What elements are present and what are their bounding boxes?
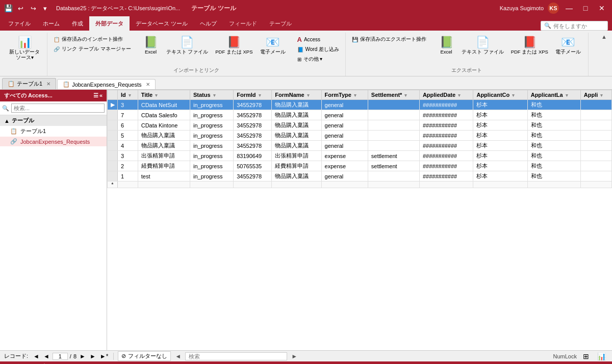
cell-formtype: general <box>321 131 368 141</box>
link-table-label: リンク テーブル マネージャー <box>62 45 131 53</box>
table-row[interactable]: 7CData Salesfoin_progress34552978物品購入稟議g… <box>108 110 612 120</box>
tab-field[interactable]: フィールド <box>223 16 263 31</box>
cell-applicantla: 和也 <box>527 100 580 110</box>
col-header-formname[interactable]: FormName ▾ <box>272 90 321 100</box>
pdf-export-btn[interactable]: 📕 PDF または XPS <box>508 35 551 57</box>
tab-help[interactable]: ヘルプ <box>194 16 223 31</box>
col-header-formtype[interactable]: FormType ▾ <box>321 90 368 100</box>
link-table-mgr-btn[interactable]: 🔗 リンク テーブル マネージャー <box>52 44 133 54</box>
nav-first-btn[interactable]: ◄ <box>32 353 40 360</box>
col-header-appli[interactable]: Appli ▾ <box>580 90 611 100</box>
email-import-btn[interactable]: 📧 電子メール <box>257 35 289 57</box>
nav-item-table1[interactable]: 📋 テーブル1 <box>0 126 107 137</box>
tab-db-tools[interactable]: データベース ツール <box>130 16 194 31</box>
tab-create[interactable]: 作成 <box>66 16 89 31</box>
cell-applieddate: ########### <box>419 100 473 110</box>
cell-applieddate: ########### <box>419 141 473 151</box>
tab1-close-btn[interactable]: ✕ <box>46 81 50 87</box>
nav-expand-btn[interactable]: ☰ <box>93 92 98 99</box>
doc-tab-jobcan[interactable]: 📋 JobcanExpenses_Requests ✕ <box>57 79 155 89</box>
search-box-ribbon[interactable]: 🔍 <box>541 21 608 31</box>
nav-search-input[interactable] <box>11 103 105 113</box>
linked-table-icon: 🔗 <box>10 138 17 145</box>
email-export-btn[interactable]: 📧 電子メール <box>552 35 584 57</box>
text-import-btn[interactable]: 📄 テキスト ファイル <box>163 35 212 57</box>
new-cell <box>234 181 272 188</box>
ribbon-search-input[interactable] <box>553 23 604 29</box>
cell-applicantco: 杉本 <box>473 100 527 110</box>
other-import-btn[interactable]: ⊞ その他 ▾ <box>295 55 342 64</box>
nav-collapse-btn[interactable]: « <box>99 92 103 99</box>
nav-prev-btn[interactable]: ◄ <box>42 353 50 360</box>
cell-settlement <box>368 120 419 131</box>
quick-save-btn[interactable]: ↩ <box>16 4 26 13</box>
excel-export-btn[interactable]: 📗 Excel <box>435 35 457 57</box>
cell-id: 1 <box>118 171 138 181</box>
col-header-id[interactable]: Id ▾ <box>118 90 138 100</box>
pdf-import-btn[interactable]: 📕 PDF または XPS <box>212 35 256 57</box>
saved-import-btn[interactable]: 📋 保存済みのインポート操作 <box>52 35 133 44</box>
tab-external-data[interactable]: 外部データ <box>89 16 130 31</box>
nav-item-jobcan[interactable]: 🔗 JobcanExpenses_Requests <box>0 137 107 146</box>
nav-last-btn[interactable]: ► <box>89 353 97 360</box>
table-row[interactable]: 3出張精算申請in_progress83190649出張精算申請expenses… <box>108 151 612 161</box>
table-row[interactable]: 1testin_progress34552978物品購入稟議general###… <box>108 171 612 181</box>
excel-import-btn[interactable]: 📗 Excel <box>140 35 162 57</box>
cell-settlement: settlement <box>368 161 419 171</box>
ribbon-collapse-btn[interactable]: ▲ <box>598 33 610 41</box>
email-export-label: 電子メール <box>555 49 581 55</box>
cell-formname: 経費精算申請 <box>272 161 321 171</box>
view-datasheet-btn[interactable]: ⊞ <box>581 352 591 360</box>
quick-dropdown-btn[interactable]: ▾ <box>41 4 49 13</box>
cell-formname: 物品購入稟議 <box>272 120 321 131</box>
cell-status: in_progress <box>190 141 233 151</box>
col-header-status[interactable]: Status ▾ <box>190 90 233 100</box>
filter-btn[interactable]: ⊘ フィルターなし <box>118 351 171 361</box>
word-import-btn[interactable]: 📘 Word 差し込み <box>295 45 342 54</box>
tab2-close-btn[interactable]: ✕ <box>146 82 150 87</box>
tab-table[interactable]: テーブル <box>263 16 298 31</box>
table-row[interactable]: 5物品購入稟議in_progress34552978物品購入稟議general#… <box>108 131 612 141</box>
search-status-input[interactable] <box>185 352 287 360</box>
col-header-title[interactable]: Title ▾ <box>138 90 190 100</box>
record-current-input[interactable] <box>53 353 68 360</box>
tab-home[interactable]: ホーム <box>37 16 66 31</box>
quick-undo-btn[interactable]: ↪ <box>29 4 38 13</box>
cell-applieddate: ########### <box>419 171 473 181</box>
nav-next-btn[interactable]: ► <box>79 353 87 360</box>
scroll-right-btn[interactable]: ► <box>291 353 297 360</box>
col-header-applicantco[interactable]: ApplicantCo ▾ <box>473 90 527 100</box>
view-chart-btn[interactable]: 📊 <box>595 352 608 360</box>
col-header-applicantla[interactable]: ApplicantLa ▾ <box>527 90 580 100</box>
user-avatar[interactable]: KS <box>548 3 559 14</box>
cell-extra <box>580 171 611 181</box>
scroll-left-btn[interactable]: ◄ <box>175 353 181 360</box>
doc-tab-table1[interactable]: 📋 テーブル1 ✕ <box>2 78 56 89</box>
import-small-col2: A Access 📘 Word 差し込み ⊞ その他 ▾ <box>295 35 342 64</box>
close-btn[interactable]: ✕ <box>596 2 608 14</box>
nav-section-table[interactable]: ▲ テーブル <box>0 115 107 126</box>
saved-export-btn[interactable]: 💾 保存済みのエクスポート操作 <box>350 35 428 44</box>
cell-title: 経費精算申請 <box>138 161 190 171</box>
table-row[interactable]: ▶3CData NetSuitin_progress34552978物品購入稟議… <box>108 100 612 110</box>
text-export-btn[interactable]: 📄 テキスト ファイル <box>458 35 507 57</box>
excel-label: Excel <box>145 49 157 55</box>
maximize-btn[interactable]: □ <box>579 2 592 14</box>
tab-file[interactable]: ファイル <box>2 16 37 31</box>
new-datasource-btn[interactable]: 📊 新しいデータソース▾ <box>6 35 43 63</box>
col-header-formid[interactable]: FormId ▾ <box>234 90 272 100</box>
col-header-settlement[interactable]: Settlement* ▾ <box>368 90 419 100</box>
access-import-btn[interactable]: A Access <box>295 35 342 44</box>
nav-new-btn[interactable]: ►* <box>99 353 110 360</box>
table-row[interactable]: 6CData Kintonein_progress34552978物品購入稟議g… <box>108 120 612 131</box>
text-export-label: テキスト ファイル <box>462 49 504 55</box>
cell-formid: 34552978 <box>234 120 272 131</box>
ribbon-group-import: 📋 保存済みのインポート操作 🔗 リンク テーブル マネージャー 📗 Excel… <box>47 33 346 76</box>
new-cell <box>118 181 138 188</box>
col-header-applieddate[interactable]: AppliedDate ▾ <box>419 90 473 100</box>
table-container[interactable]: Id ▾ Title ▾ Status ▾ FormId ▾ FormName … <box>107 90 612 350</box>
minimize-btn[interactable]: — <box>563 2 575 14</box>
table-row[interactable]: 2経費精算申請in_progress50765535経費精算申請expenses… <box>108 161 612 171</box>
table-row[interactable]: 4物品購入稟議in_progress34552978物品購入稟議general#… <box>108 141 612 151</box>
filter-icon: ⊘ <box>121 353 126 359</box>
